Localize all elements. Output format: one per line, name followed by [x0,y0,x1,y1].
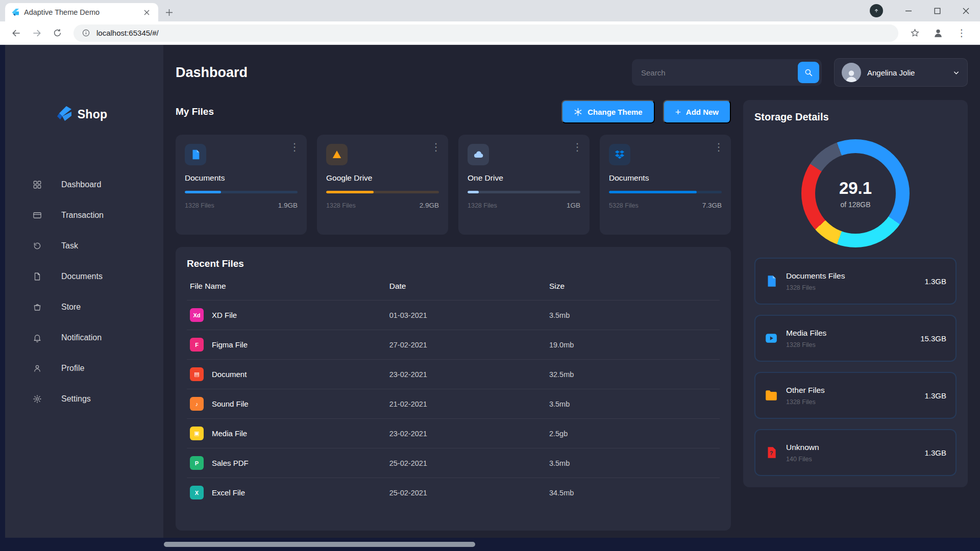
page-title: Dashboard [176,65,248,81]
table-row: XExcel File 25-02-2021 34.5mb [187,478,720,507]
search-button[interactable] [798,62,819,83]
progress-bar [185,191,221,193]
browser-menu-icon[interactable]: ⋮ [952,24,971,42]
sidebar-item-settings[interactable]: Settings [0,384,163,414]
recent-files-panel: Recent Files File Name Date Size XdXD Fi… [176,247,731,531]
sidebar-item-notification[interactable]: Notification [0,322,163,353]
profile-avatar-icon[interactable] [929,24,947,42]
donut-center: 29.1 of 128GB [815,153,896,234]
task-icon [33,241,42,251]
user-avatar [842,63,861,82]
storage-used-value: 29.1 [839,179,872,198]
site-info-icon[interactable] [82,29,90,37]
storage-details-title: Storage Details [754,111,957,123]
sidebar-item-transaction[interactable]: Transaction [0,200,163,231]
progress-bar [609,191,697,193]
storage-item-unknown: ? Unknown 140 Files 1.3GB [754,429,957,476]
storage-donut: 29.1 of 128GB [801,139,910,247]
table-header: File Name Date Size [187,272,720,300]
url-text: localhost:65345/#/ [96,29,159,37]
update-indicator-icon[interactable] [870,4,883,17]
bookmark-star-icon[interactable] [905,24,924,42]
close-window-button[interactable] [951,0,980,21]
gear-icon [33,394,42,404]
sidebar-item-dashboard[interactable]: Dashboard [0,169,163,200]
progress-bar [326,191,374,193]
horizontal-scrollbar-thumb[interactable] [164,542,475,547]
card-menu-icon[interactable]: ⋮ [289,142,300,152]
dropbox-icon [609,144,630,165]
table-row: PSales PDF 25-02-2021 3.5mb [187,448,720,478]
file-icon [765,274,778,288]
tab-title: Adaptive Theme Demo [24,8,135,16]
storage-total-caption: of 128GB [840,201,870,209]
page-header: Dashboard Angelina Jolie [176,58,968,87]
sidebar-item-documents[interactable]: Documents [0,261,163,292]
flutter-favicon [11,8,19,16]
files-column: My Files Change Theme + Add New [176,100,731,531]
address-bar[interactable]: localhost:65345/#/ [74,24,898,42]
app-logo: Shop [0,105,163,123]
my-files-header: My Files Change Theme + Add New [176,100,731,123]
card-menu-icon[interactable]: ⋮ [572,142,582,152]
browser-tabstrip: Adaptive Theme Demo [0,0,980,21]
sidebar-item-store[interactable]: Store [0,292,163,322]
page-left-gutter [0,45,5,551]
table-row: ▤Document 23-02-2021 32.5mb [187,359,720,389]
my-files-title: My Files [176,106,214,117]
one-drive-icon [468,144,489,165]
toolbar-right: ⋮ [905,24,973,42]
person-icon [33,364,42,373]
bell-icon [33,333,42,342]
add-new-button[interactable]: + Add New [663,100,731,123]
progress-bar [468,191,479,193]
browser-tab[interactable]: Adaptive Theme Demo [5,3,158,21]
back-icon[interactable] [7,24,26,42]
media-icon [765,332,778,345]
card-menu-icon[interactable]: ⋮ [714,142,724,152]
card-menu-icon[interactable]: ⋮ [431,142,441,152]
search-box [632,59,822,86]
horizontal-scrollbar [0,538,980,551]
svg-text:?: ? [770,450,773,456]
reload-icon[interactable] [48,24,66,42]
table-row: ♪Sound File 21-02-2021 3.5mb [187,389,720,418]
storage-item-documents: Documents Files 1328 Files 1.3GB [754,258,957,305]
recent-files-title: Recent Files [187,258,720,269]
document-file-icon: ▤ [190,367,204,381]
pdf-file-icon: P [190,456,204,470]
unknown-file-icon: ? [765,446,778,459]
storage-details-panel: Storage Details 29.1 of 128GB [743,100,968,487]
tab-close-icon[interactable] [140,6,153,19]
card-icon [33,211,42,220]
forward-icon[interactable] [28,24,46,42]
store-icon [33,303,42,312]
storage-item-media: Media Files 1328 Files 15.3GB [754,315,957,362]
change-theme-button[interactable]: Change Theme [561,100,655,123]
user-name: Angelina Jolie [867,68,946,77]
sidebar: Shop Dashboard Transaction Task Document… [0,45,163,551]
google-drive-icon [326,144,348,165]
sound-file-icon: ♪ [190,397,204,411]
sidebar-nav: Dashboard Transaction Task Documents Sto… [0,169,163,414]
chevron-down-icon [952,69,960,77]
storage-item-other: Other Files 1328 Files 1.3GB [754,372,957,419]
search-input[interactable] [641,68,822,77]
user-menu[interactable]: Angelina Jolie [834,58,968,87]
sidebar-item-profile[interactable]: Profile [0,353,163,384]
media-file-icon: ▣ [190,427,204,440]
app-logo-text: Shop [78,108,108,121]
figma-file-icon: F [190,338,204,352]
storage-column: Storage Details 29.1 of 128GB [743,100,968,531]
new-tab-button[interactable] [162,6,176,19]
folder-icon [765,389,778,402]
sidebar-item-task[interactable]: Task [0,231,163,261]
plus-icon: + [675,107,681,117]
minimize-button[interactable] [894,0,923,21]
shop-logo-icon [56,105,72,123]
xd-file-icon: Xd [190,308,204,322]
table-row: ▣Media File 23-02-2021 2.5gb [187,418,720,448]
table-row: XdXD File 01-03-2021 3.5mb [187,300,720,330]
maximize-button[interactable] [923,0,951,21]
file-card-google-drive: ⋮ Google Drive 1328 Files 2.9GB [317,135,448,235]
